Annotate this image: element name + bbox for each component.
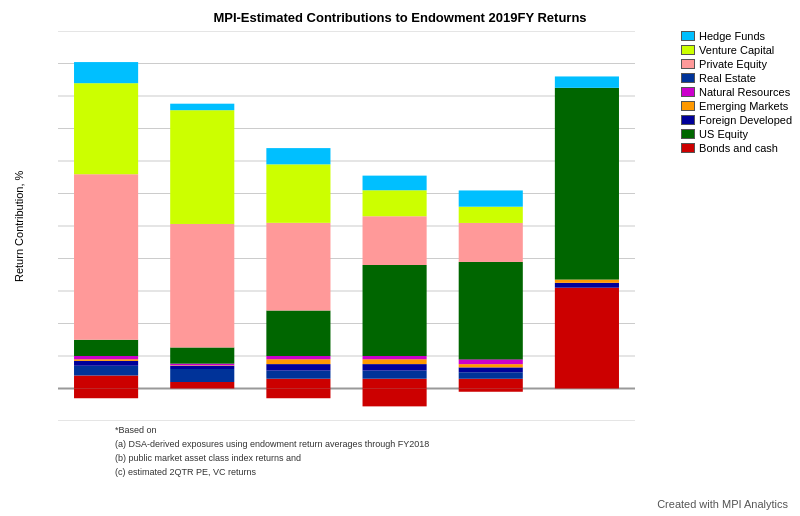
bar-ivy-nr — [170, 364, 234, 366]
bar-yale-vc — [74, 83, 138, 174]
bar-501-fd — [363, 364, 427, 370]
bar-ivy-us — [170, 347, 234, 363]
legend-color-bc — [681, 143, 695, 153]
bar-1b-neg — [266, 388, 330, 398]
bar-501-nr — [363, 356, 427, 359]
bar-1b-bonds — [266, 379, 330, 389]
bar-501-neg — [363, 388, 427, 406]
legend-color-re — [681, 73, 695, 83]
legend-color-fd — [681, 115, 695, 125]
bar-6040-bonds — [555, 288, 619, 389]
bar-yale-realestate — [74, 366, 138, 376]
legend-label-nr: Natural Resources — [699, 86, 790, 98]
legend-label-re: Real Estate — [699, 72, 756, 84]
legend-label-fd: Foreign Developed — [699, 114, 792, 126]
bar-1b-em — [266, 359, 330, 364]
bar-ivy-bonds — [170, 382, 234, 388]
bar-6040-em — [555, 280, 619, 283]
bar-1b-vc — [266, 164, 330, 223]
legend-label-em: Emerging Markets — [699, 100, 788, 112]
chart-title: MPI-Estimated Contributions to Endowment… — [10, 10, 790, 25]
bar-yale-emerging — [74, 359, 138, 361]
bar-101-fd — [459, 367, 523, 372]
bar-101-vc — [459, 207, 523, 223]
legend-item-fd: Foreign Developed — [681, 114, 792, 126]
legend: Hedge Funds Venture Capital Private Equi… — [681, 30, 792, 154]
bar-501-em — [363, 359, 427, 364]
legend-item-vc: Venture Capital — [681, 44, 792, 56]
bar-501-us — [363, 265, 427, 356]
bar-1b-hf — [266, 148, 330, 164]
bar-1b-fd — [266, 364, 330, 370]
bar-yale-foreigndev — [74, 361, 138, 366]
bar-yale-neg — [74, 388, 138, 398]
bar-1b-nr — [266, 356, 330, 359]
bar-101-re — [459, 372, 523, 378]
bar-101-us — [459, 262, 523, 360]
bar-6040-us — [555, 88, 619, 280]
legend-color-hf — [681, 31, 695, 41]
bar-yale-usequity — [74, 340, 138, 356]
y-axis-label: Return Contribution, % — [10, 31, 28, 421]
bar-501-bonds — [363, 379, 427, 389]
bar-501-hf — [363, 176, 427, 191]
legend-label-vc: Venture Capital — [699, 44, 774, 56]
legend-color-em — [681, 101, 695, 111]
bar-yale-pe — [74, 174, 138, 340]
bar-6040-hf — [555, 76, 619, 87]
bar-101-pe — [459, 223, 523, 262]
bar-501-re — [363, 371, 427, 379]
bar-501-vc — [363, 190, 427, 216]
bar-1b-pe — [266, 223, 330, 311]
bar-ivy-hf — [170, 104, 234, 110]
bar-yale-hf — [74, 62, 138, 83]
footnote-0: *Based on — [65, 425, 790, 435]
chart-svg: 11 10 9 8 7 6 5 4 3 2 1 0 -1 — [58, 31, 635, 421]
bar-501-pe — [363, 216, 427, 265]
footnotes-area: *Based on (a) DSA-derived exposures usin… — [10, 425, 790, 477]
legend-color-pe — [681, 59, 695, 69]
legend-color-us — [681, 129, 695, 139]
bar-101-bonds — [459, 379, 523, 389]
bar-ivy-vc — [170, 110, 234, 224]
bar-1b-re — [266, 371, 330, 379]
bar-1b-us — [266, 310, 330, 356]
bar-ivy-pe — [170, 224, 234, 347]
legend-label-hf: Hedge Funds — [699, 30, 765, 42]
bar-101-hf — [459, 190, 523, 206]
legend-item-pe: Private Equity — [681, 58, 792, 70]
legend-item-re: Real Estate — [681, 72, 792, 84]
footnote-2: (b) public market asset class index retu… — [65, 453, 790, 463]
bar-101-nr — [459, 359, 523, 364]
legend-item-us: US Equity — [681, 128, 792, 140]
bar-ivy-fd — [170, 366, 234, 369]
legend-label-bc: Bonds and cash — [699, 142, 778, 154]
legend-item-bc: Bonds and cash — [681, 142, 792, 154]
bar-yale-bonds — [74, 375, 138, 388]
bar-6040-fd — [555, 283, 619, 288]
legend-item-hf: Hedge Funds — [681, 30, 792, 42]
bar-101-em — [459, 364, 523, 367]
legend-label-pe: Private Equity — [699, 58, 767, 70]
chart-container: MPI-Estimated Contributions to Endowment… — [0, 0, 800, 516]
legend-label-us: US Equity — [699, 128, 748, 140]
bar-101-neg — [459, 388, 523, 391]
footnote-1: (a) DSA-derived exposures using endowmen… — [65, 439, 790, 449]
bar-yale-natres — [74, 356, 138, 359]
bar-ivy-re — [170, 369, 234, 382]
legend-item-nr: Natural Resources — [681, 86, 792, 98]
footer-credit: Created with MPI Analytics — [657, 498, 788, 510]
legend-color-vc — [681, 45, 695, 55]
legend-item-em: Emerging Markets — [681, 100, 792, 112]
footnote-3: (c) estimated 2QTR PE, VC returns — [65, 467, 790, 477]
legend-color-nr — [681, 87, 695, 97]
